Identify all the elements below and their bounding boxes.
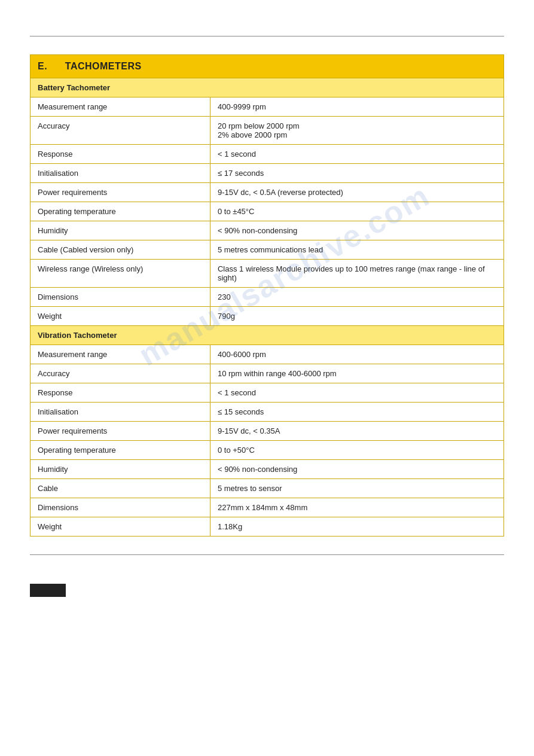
table-row: Cable5 metres to sensor bbox=[30, 479, 504, 498]
row-value: 9-15V dc, < 0.5A (reverse protected) bbox=[210, 183, 504, 202]
section-letter: E. bbox=[38, 61, 47, 71]
row-label: Dimensions bbox=[30, 498, 210, 517]
row-value: 230 bbox=[210, 288, 504, 307]
row-label: Power requirements bbox=[30, 422, 210, 441]
table-row: Power requirements9-15V dc, < 0.5A (reve… bbox=[30, 183, 504, 202]
table-row: Power requirements9-15V dc, < 0.35A bbox=[30, 422, 504, 441]
row-value: 0 to ±45°C bbox=[210, 202, 504, 221]
table-row: Dimensions230 bbox=[30, 288, 504, 307]
row-value: 790g bbox=[210, 307, 504, 326]
row-value: 0 to +50°C bbox=[210, 441, 504, 460]
row-value: < 1 second bbox=[210, 383, 504, 403]
row-value: 20 rpm below 2000 rpm2% above 2000 rpm bbox=[210, 117, 504, 145]
row-value: 400-9999 rpm bbox=[210, 97, 504, 117]
row-value: < 90% non-condensing bbox=[210, 460, 504, 479]
row-label: Dimensions bbox=[30, 288, 210, 307]
table-row: Humidity< 90% non-condensing bbox=[30, 460, 504, 479]
row-value: 9-15V dc, < 0.35A bbox=[210, 422, 504, 441]
footer-bar bbox=[30, 584, 66, 597]
table-row: Humidity< 90% non-condensing bbox=[30, 221, 504, 240]
row-value: ≤ 17 seconds bbox=[210, 164, 504, 183]
table-row: Response< 1 second bbox=[30, 145, 504, 164]
row-value: 5 metres communications lead bbox=[210, 240, 504, 260]
row-label: Operating temperature bbox=[30, 202, 210, 221]
table-row: Response< 1 second bbox=[30, 383, 504, 403]
top-line bbox=[30, 36, 504, 36]
main-table: E. TACHOMETERS Battery TachometerMeasure… bbox=[30, 54, 504, 536]
row-label: Measurement range bbox=[30, 97, 210, 117]
row-label: Cable (Cabled version only) bbox=[30, 240, 210, 260]
table-row: Measurement range400-6000 rpm bbox=[30, 345, 504, 364]
row-value: Class 1 wireless Module provides up to 1… bbox=[210, 260, 504, 288]
table-row: Accuracy20 rpm below 2000 rpm2% above 20… bbox=[30, 117, 504, 145]
table-row: Operating temperature0 to +50°C bbox=[30, 441, 504, 460]
table-row: Wireless range (Wireless only)Class 1 wi… bbox=[30, 260, 504, 288]
row-label: Humidity bbox=[30, 221, 210, 240]
battery-section-header: Battery Tachometer bbox=[30, 78, 504, 97]
row-value: 10 rpm within range 400-6000 rpm bbox=[210, 364, 504, 383]
row-label: Initialisation bbox=[30, 403, 210, 422]
row-label: Response bbox=[30, 383, 210, 403]
row-label: Humidity bbox=[30, 460, 210, 479]
section-title: TACHOMETERS bbox=[65, 61, 142, 71]
bottom-line bbox=[30, 554, 504, 555]
row-label: Cable bbox=[30, 479, 210, 498]
table-row: Initialisation≤ 15 seconds bbox=[30, 403, 504, 422]
row-label: Wireless range (Wireless only) bbox=[30, 260, 210, 288]
table-header-row: E. TACHOMETERS bbox=[30, 55, 504, 78]
row-value: 1.18Kg bbox=[210, 517, 504, 536]
row-value: < 1 second bbox=[210, 145, 504, 164]
table-row: Measurement range400-9999 rpm bbox=[30, 97, 504, 117]
vibration-section-label: Vibration Tachometer bbox=[30, 326, 504, 345]
row-label: Measurement range bbox=[30, 345, 210, 364]
row-value: 5 metres to sensor bbox=[210, 479, 504, 498]
row-label: Operating temperature bbox=[30, 441, 210, 460]
row-value: < 90% non-condensing bbox=[210, 221, 504, 240]
row-label: Accuracy bbox=[30, 364, 210, 383]
table-row: Initialisation≤ 17 seconds bbox=[30, 164, 504, 183]
table-row: Cable (Cabled version only)5 metres comm… bbox=[30, 240, 504, 260]
table-row: Weight790g bbox=[30, 307, 504, 326]
row-value: ≤ 15 seconds bbox=[210, 403, 504, 422]
table-row: Operating temperature0 to ±45°C bbox=[30, 202, 504, 221]
page-wrapper: manualsarchive.com E. TACHOMETERS Batter… bbox=[0, 0, 534, 609]
table-row: Accuracy10 rpm within range 400-6000 rpm bbox=[30, 364, 504, 383]
row-value: 227mm x 184mm x 48mm bbox=[210, 498, 504, 517]
row-label: Weight bbox=[30, 517, 210, 536]
row-label: Response bbox=[30, 145, 210, 164]
table-row: Dimensions227mm x 184mm x 48mm bbox=[30, 498, 504, 517]
row-label: Power requirements bbox=[30, 183, 210, 202]
table-header-cell: E. TACHOMETERS bbox=[30, 55, 504, 78]
row-label: Accuracy bbox=[30, 117, 210, 145]
table-row: Weight1.18Kg bbox=[30, 517, 504, 536]
battery-section-label: Battery Tachometer bbox=[30, 78, 504, 97]
row-label: Weight bbox=[30, 307, 210, 326]
row-value: 400-6000 rpm bbox=[210, 345, 504, 364]
vibration-section-header: Vibration Tachometer bbox=[30, 326, 504, 345]
row-label: Initialisation bbox=[30, 164, 210, 183]
